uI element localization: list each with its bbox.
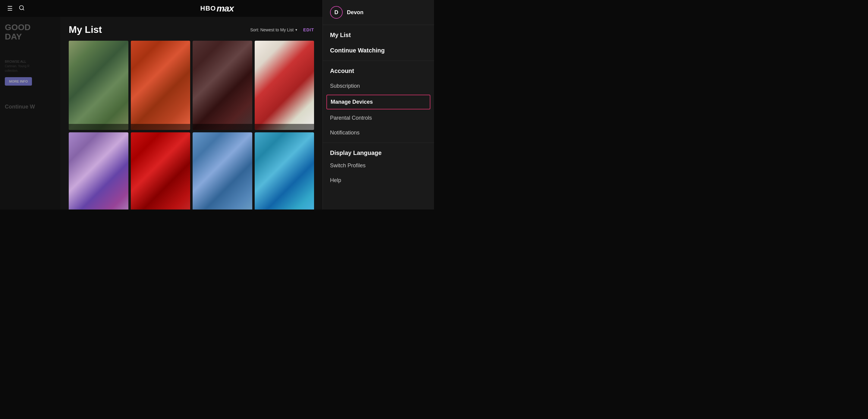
chevron-down-icon: ▾ [296,28,297,32]
thumbnail-item[interactable] [255,41,314,130]
sort-label: Sort: Newest to My List [250,27,293,32]
avatar: D [330,6,343,19]
header-left: ☰ [7,5,25,12]
sidebar-item-continue-watching[interactable]: Continue Watching [323,43,434,58]
sidebar-item-account[interactable]: Account [323,63,434,79]
sidebar-item-manage-devices[interactable]: Manage Devices [327,95,430,110]
menu-icon[interactable]: ☰ [7,5,13,12]
menu-group-2: Account Subscription Manage Devices Pare… [323,61,434,143]
bg-desc1: Cartman. Young R [5,64,56,68]
continue-watching-label: Continue W [5,104,56,110]
thumbnail-item[interactable] [193,41,252,130]
bg-title: GOOD DAY [5,23,56,41]
menu-group-1: My List Continue Watching [323,25,434,61]
thumbnail-item[interactable] [69,132,128,210]
menu-group-3: Display Language Switch Profiles Help [323,143,434,190]
sidebar-item-parental-controls[interactable]: Parental Controls [323,111,434,125]
sidebar-item-notifications[interactable]: Notifications [323,125,434,140]
svg-line-1 [23,9,24,10]
sidebar-item-switch-profiles[interactable]: Switch Profiles [323,158,434,173]
bg-desc2: collection. [5,69,56,72]
profile-name: Devon [347,9,364,16]
profile-dropdown-menu: D Devon My List Continue Watching Accoun… [322,0,434,210]
thumbnail-item[interactable] [69,41,128,130]
sort-dropdown[interactable]: Sort: Newest to My List ▾ [250,27,297,32]
thumbnails-grid [69,41,314,210]
max-text: max [216,3,234,13]
left-bg-panel: GOOD DAY BROWSE ALL Cartman. Young R col… [0,17,60,210]
my-list-title: My List [69,24,102,35]
sidebar-item-display-language[interactable]: Display Language [323,145,434,158]
edit-button[interactable]: EDIT [303,27,314,32]
menu-section: My List Continue Watching Account Subscr… [323,25,434,210]
sidebar-item-help[interactable]: Help [323,173,434,188]
search-icon[interactable] [19,5,25,12]
more-info-button[interactable]: MORE INFO [5,77,32,86]
profile-section: D Devon [323,0,434,25]
hbo-text: HBO [200,4,216,12]
sidebar-item-my-list[interactable]: My List [323,27,434,43]
sidebar-item-subscription[interactable]: Subscription [323,79,434,93]
thumbnail-item[interactable] [131,41,190,130]
hbo-max-logo[interactable]: HBO max [200,3,234,13]
thumbnail-item[interactable] [131,132,190,210]
my-list-header: My List Sort: Newest to My List ▾ EDIT [69,24,314,35]
bg-subtitle: BROWSE ALL [5,60,56,63]
main-content: My List Sort: Newest to My List ▾ EDIT [60,17,322,210]
my-list-controls: Sort: Newest to My List ▾ EDIT [250,27,314,32]
thumbnail-item[interactable] [255,132,314,210]
thumbnail-item[interactable] [193,132,252,210]
